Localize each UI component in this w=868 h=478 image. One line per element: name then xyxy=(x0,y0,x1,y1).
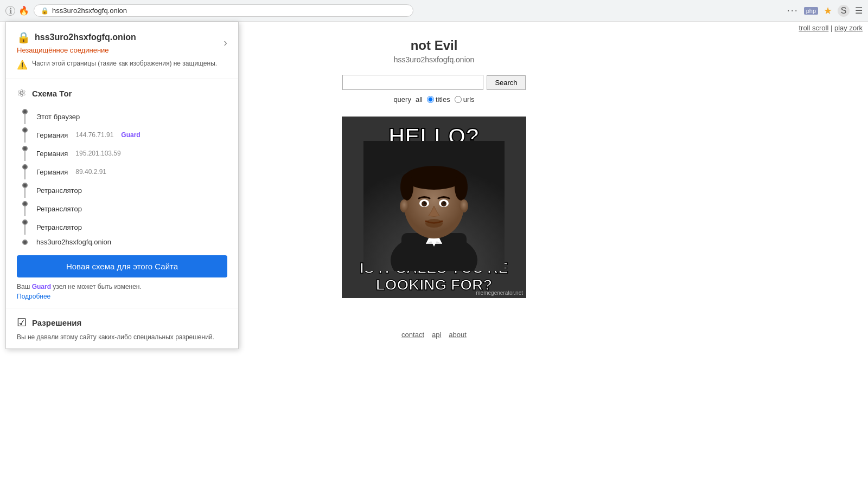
filter-titles-option[interactable]: titles xyxy=(427,95,450,104)
star-icon[interactable]: ★ xyxy=(824,5,832,17)
info-icon[interactable]: ℹ xyxy=(5,6,15,16)
guard-note-suffix: узел не может быть изменен. xyxy=(51,283,142,290)
filter-titles-label: titles xyxy=(436,95,450,104)
node-label-1: Германия xyxy=(36,131,68,139)
site-domain: hss3uro2hsxfogfq.onion xyxy=(394,55,475,64)
lock-closed-icon: 🔒 xyxy=(17,31,30,44)
panel-chevron-icon[interactable]: › xyxy=(224,36,227,49)
filter-titles-radio[interactable] xyxy=(427,96,434,103)
lock-icon: 🔒 xyxy=(41,7,49,15)
guard-word: Guard xyxy=(32,283,51,290)
filter-urls-radio[interactable] xyxy=(455,96,462,103)
tor-icon: ⚛ xyxy=(17,87,27,100)
meme-watermark: memegenerator.net xyxy=(476,290,523,296)
flame-icon: 🔥 xyxy=(18,5,29,16)
new-circuit-button[interactable]: Новая схема для этого Сайта xyxy=(17,255,227,277)
meme-person-svg xyxy=(363,141,505,271)
node-dot-3 xyxy=(22,164,28,170)
permissions-title: Разрешения xyxy=(32,318,81,327)
tor-chain: Этот браузер Германия 144.76.71.91 Guard… xyxy=(17,107,227,248)
svg-point-9 xyxy=(455,173,468,201)
address-text: hss3uro2hsxfogfq.onion xyxy=(52,7,406,15)
footer-contact-link[interactable]: contact xyxy=(401,331,424,339)
browser-chrome: ℹ 🔥 🔒 hss3uro2hsxfogfq.onion ··· php ★ S… xyxy=(0,0,868,22)
filter-query-label: query xyxy=(393,95,411,104)
filter-urls-option[interactable]: urls xyxy=(455,95,475,104)
permissions-description: Вы не давали этому сайту каких-либо спец… xyxy=(17,333,227,341)
sync-icon[interactable]: S xyxy=(838,5,850,17)
node-label-2: Германия xyxy=(36,150,68,158)
svg-point-16 xyxy=(425,219,443,228)
php-badge: php xyxy=(804,7,818,15)
filter-all-label: all xyxy=(416,95,423,104)
node-dot-2 xyxy=(22,146,28,151)
play-zork-link[interactable]: play zork xyxy=(834,24,863,32)
guard-note-prefix: Ваш xyxy=(17,283,32,290)
node-label-0: Этот браузер xyxy=(36,113,80,121)
tor-node-0: Этот браузер xyxy=(22,107,227,126)
browser-right-icons: ··· php ★ S ☰ xyxy=(787,5,863,17)
panel-domain-text: hss3uro2hsxfogfq.onion xyxy=(35,33,136,42)
footer-api-link[interactable]: api xyxy=(432,331,441,339)
node-label-4: Ретранслятор xyxy=(36,186,82,195)
filter-urls-label: urls xyxy=(463,95,475,104)
node-dot-5 xyxy=(22,201,28,206)
footer-links: contact api about xyxy=(401,331,467,339)
svg-point-18 xyxy=(459,199,468,212)
svg-point-14 xyxy=(424,202,426,204)
filter-row: query all titles urls xyxy=(393,95,474,104)
node-ip-2: 195.201.103.59 xyxy=(75,150,120,157)
node-guard-1: Guard xyxy=(121,131,140,139)
node-dot-1 xyxy=(22,127,28,133)
footer-about-link[interactable]: about xyxy=(449,331,467,339)
tor-node-6: Ретранслятор xyxy=(22,218,227,236)
meme-image: HELLO? xyxy=(342,117,526,298)
node-label-3: Германия xyxy=(36,168,68,176)
node-label-6: Ретранслятор xyxy=(36,223,82,231)
menu-icon[interactable]: ☰ xyxy=(855,5,863,16)
search-row: Search xyxy=(342,75,525,90)
menu-dots-icon[interactable]: ··· xyxy=(787,5,799,16)
site-title: not Evil xyxy=(411,38,458,53)
warning-text: Части этой страницы (такие как изображен… xyxy=(32,60,217,67)
link-separator: | xyxy=(831,24,834,32)
tor-node-2: Германия 195.201.103.59 xyxy=(22,144,227,163)
tor-node-4: Ретранслятор xyxy=(22,181,227,199)
svg-point-17 xyxy=(400,199,409,212)
node-label-5: Ретранслятор xyxy=(36,205,82,213)
permissions-icon: ☑ xyxy=(17,316,27,329)
permissions-section: ☑ Разрешения Вы не давали этому сайту ка… xyxy=(6,308,238,348)
node-label-7: hss3uro2hsxfogfq.onion xyxy=(36,238,111,246)
warning-icon: ⚠️ xyxy=(17,60,28,70)
top-right-links: troll scroll | play zork xyxy=(799,24,863,32)
tor-node-7: hss3uro2hsxfogfq.onion xyxy=(22,236,227,248)
svg-point-8 xyxy=(400,173,413,201)
search-input[interactable] xyxy=(342,75,483,90)
tor-node-1: Германия 144.76.71.91 Guard xyxy=(22,126,227,144)
address-bar[interactable]: 🔒 hss3uro2hsxfogfq.onion xyxy=(34,4,413,17)
svg-point-15 xyxy=(443,202,445,204)
node-dot-0 xyxy=(22,109,28,114)
tor-node-3: Германия 89.40.2.91 xyxy=(22,163,227,181)
node-dot-4 xyxy=(22,183,28,188)
tor-node-5: Ретранслятор xyxy=(22,199,227,218)
node-ip-1: 144.76.71.91 xyxy=(75,131,113,139)
learn-more-link[interactable]: Подробнее xyxy=(17,293,227,300)
node-ip-3: 89.40.2.91 xyxy=(75,168,106,176)
tor-title: Схема Tor xyxy=(32,89,72,98)
security-section: 🔒 hss3uro2hsxfogfq.onion Незащищённое со… xyxy=(6,22,238,79)
security-dropdown-panel: 🔒 hss3uro2hsxfogfq.onion Незащищённое со… xyxy=(5,22,239,349)
browser-nav-icons: ℹ 🔥 xyxy=(5,5,29,16)
node-dot-7 xyxy=(22,240,28,245)
search-button[interactable]: Search xyxy=(487,75,525,90)
node-dot-6 xyxy=(22,219,28,225)
guard-note: Ваш Guard узел не может быть изменен. xyxy=(17,283,227,290)
tor-section: ⚛ Схема Tor Этот браузер Германия 144.76… xyxy=(6,79,238,308)
troll-scroll-link[interactable]: troll scroll xyxy=(799,24,828,32)
insecure-label: Незащищённое соединение xyxy=(17,46,136,54)
